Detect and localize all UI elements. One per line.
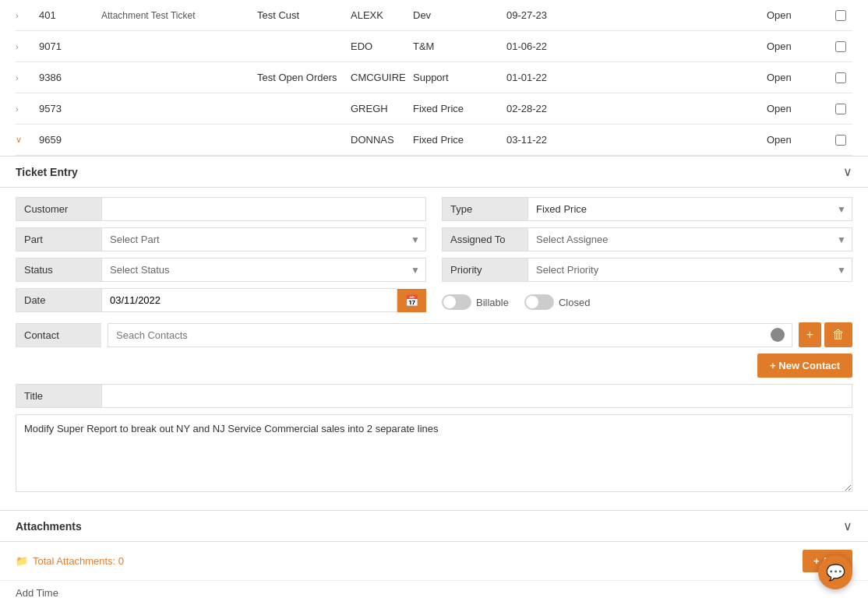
closed-toggle[interactable] <box>524 294 554 310</box>
contact-label: Contact <box>16 323 101 347</box>
status-select-wrapper: Select Status ▼ <box>101 258 426 282</box>
total-attachments-label: Total Attachments: 0 <box>33 555 124 567</box>
table-row: ∨ 9659 DONNAS Fixed Price 03-11-22 Open <box>16 125 852 156</box>
ticket-rep: DONNAS <box>351 134 413 146</box>
attachments-section: Attachments ∨ 📁 Total Attachments: 0 + A… <box>0 510 868 580</box>
contact-actions: + 🗑 <box>799 322 852 347</box>
date-input[interactable] <box>101 288 397 312</box>
assigned-to-select[interactable]: Select Assignee <box>528 227 852 251</box>
ticket-entry-form: Customer Part Select Part ▼ <box>0 188 868 504</box>
closed-toggle-knob <box>526 296 538 308</box>
billable-toggle[interactable] <box>442 294 471 310</box>
ticket-checkbox[interactable] <box>829 41 852 52</box>
status-field-row: Status Select Status ▼ <box>16 258 426 282</box>
calendar-icon: 📅 <box>405 294 418 307</box>
chat-bubble-button[interactable]: 💬 <box>818 555 852 589</box>
row-chevron[interactable]: › <box>16 42 39 51</box>
ticket-type: Support <box>413 72 506 83</box>
ticket-id: 9386 <box>39 72 101 83</box>
attachments-body: 📁 Total Attachments: 0 + Add <box>0 542 868 580</box>
description-textarea[interactable]: Modify Super Report to break out NY and … <box>16 414 852 492</box>
customer-label: Customer <box>16 197 101 221</box>
delete-contact-button[interactable]: 🗑 <box>824 322 852 347</box>
add-time-row: Add Time <box>0 580 868 605</box>
row-chevron[interactable]: › <box>16 73 39 83</box>
ticket-id: 9659 <box>39 134 101 146</box>
part-select-wrapper: Select Part ▼ <box>101 227 426 251</box>
ticket-rep: GREGH <box>351 103 413 114</box>
billable-toggle-knob <box>443 296 456 308</box>
add-contact-button[interactable]: + <box>799 322 821 347</box>
ticket-customer: Test Cust <box>257 9 351 21</box>
contact-row: Contact + 🗑 <box>16 322 852 347</box>
new-contact-section: + New Contact <box>16 354 852 378</box>
ticket-entry-title: Ticket Entry <box>16 166 78 178</box>
ticket-desc: Attachment Test Ticket <box>101 10 257 21</box>
add-time-label: Add Time <box>16 587 58 599</box>
customer-field-row: Customer <box>16 197 426 221</box>
closed-toggle-item: Closed <box>524 294 590 310</box>
title-label: Title <box>16 384 101 408</box>
row-chevron[interactable]: › <box>16 104 39 114</box>
date-field-row: Date 📅 <box>16 288 426 312</box>
new-contact-button[interactable]: + New Contact <box>757 354 852 378</box>
ticket-entry-collapse-icon: ∨ <box>843 164 852 179</box>
ticket-rep: EDO <box>351 40 413 52</box>
calendar-button[interactable]: 📅 <box>397 289 426 312</box>
ticket-checkbox[interactable] <box>829 135 852 146</box>
attachments-title: Attachments <box>16 520 82 533</box>
ticket-type: Fixed Price <box>413 134 506 146</box>
contact-input-wrapper <box>108 323 792 347</box>
assigned-to-label: Assigned To <box>442 227 528 251</box>
row-chevron[interactable]: ∨ <box>16 135 39 145</box>
status-select[interactable]: Select Status <box>101 258 426 282</box>
attachments-header[interactable]: Attachments ∨ <box>0 510 868 542</box>
title-row: Title <box>16 384 852 408</box>
toggles-row: Billable Closed <box>442 288 852 316</box>
part-label: Part <box>16 227 101 251</box>
ticket-type: Fixed Price <box>413 103 506 114</box>
chat-icon: 💬 <box>826 563 845 582</box>
ticket-date: 09-27-23 <box>506 9 600 21</box>
ticket-checkbox[interactable] <box>829 104 852 114</box>
ticket-checkbox[interactable] <box>829 72 852 83</box>
contact-spinner-icon <box>771 328 785 342</box>
table-row: › 9573 GREGH Fixed Price 02-28-22 Open <box>16 93 852 125</box>
date-input-wrapper: 📅 <box>101 288 426 312</box>
type-field-row: Type Fixed Price T&M Support ▼ <box>442 197 852 221</box>
ticket-entry-header[interactable]: Ticket Entry ∨ <box>0 156 868 188</box>
ticket-id: 9071 <box>39 40 101 52</box>
ticket-id: 9573 <box>39 103 101 114</box>
ticket-status: Open <box>767 40 829 52</box>
table-row: › 9071 EDO T&M 01-06-22 Open <box>16 31 852 62</box>
date-label: Date <box>16 288 101 312</box>
part-select[interactable]: Select Part <box>101 227 426 251</box>
ticket-date: 02-28-22 <box>506 103 600 114</box>
ticket-customer: Test Open Orders <box>257 72 351 83</box>
assigned-to-field-row: Assigned To Select Assignee ▼ <box>442 227 852 251</box>
row-chevron[interactable]: › <box>16 11 39 20</box>
ticket-type: T&M <box>413 40 506 52</box>
type-select-wrapper: Fixed Price T&M Support ▼ <box>528 197 852 221</box>
assigned-to-select-wrapper: Select Assignee ▼ <box>528 227 852 251</box>
ticket-rep: ALEXK <box>351 9 413 21</box>
status-label: Status <box>16 258 101 282</box>
contact-input[interactable] <box>108 323 792 347</box>
type-select[interactable]: Fixed Price T&M Support <box>528 197 852 221</box>
priority-select-wrapper: Select Priority ▼ <box>528 258 852 282</box>
closed-label: Closed <box>559 297 590 308</box>
part-field-row: Part Select Part ▼ <box>16 227 426 251</box>
ticket-id: 401 <box>39 9 101 21</box>
ticket-status: Open <box>767 103 829 114</box>
ticket-checkbox[interactable] <box>829 10 852 21</box>
title-input[interactable] <box>101 384 852 408</box>
customer-input[interactable] <box>101 197 426 221</box>
ticket-status: Open <box>767 134 829 146</box>
billable-toggle-item: Billable <box>442 294 509 310</box>
priority-label: Priority <box>442 258 528 282</box>
ticket-type: Dev <box>413 9 506 21</box>
ticket-date: 03-11-22 <box>506 134 600 146</box>
priority-select[interactable]: Select Priority <box>528 258 852 282</box>
total-attachments: 📁 Total Attachments: 0 <box>16 555 124 567</box>
ticket-rep: CMCGUIRE <box>351 72 413 83</box>
